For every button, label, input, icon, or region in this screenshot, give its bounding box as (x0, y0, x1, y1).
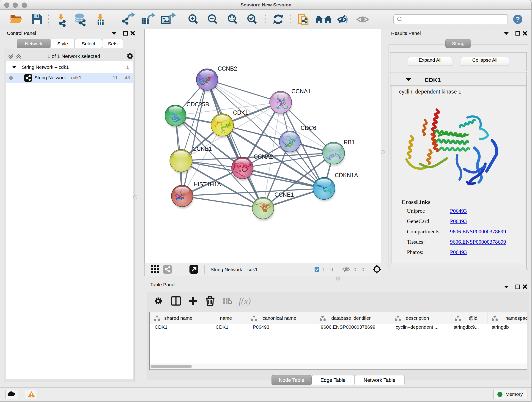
svg-text:1 – 0: 1 – 0 (322, 267, 333, 272)
svg-text:CCNE1: CCNE1 (274, 191, 294, 198)
svg-text:CCNA2: CCNA2 (254, 153, 273, 160)
svg-text:CCNA1: CCNA1 (291, 88, 311, 95)
svg-text:CCNB1: CCNB1 (192, 146, 212, 152)
svg-text:?: ? (516, 15, 520, 23)
svg-text:CDC25B: CDC25B (186, 101, 209, 108)
svg-text:RB1: RB1 (344, 139, 355, 145)
svg-text:1 of 1 Network selected: 1 of 1 Network selected (47, 53, 100, 59)
svg-text:HIST1H1A: HIST1H1A (194, 181, 221, 187)
svg-text:CDKN1A: CDKN1A (335, 172, 358, 178)
svg-text:CCNB2: CCNB2 (218, 65, 237, 72)
svg-text:CDC6: CDC6 (301, 125, 316, 131)
svg-text:CDK1: CDK1 (233, 109, 248, 116)
svg-text:f(x): f(x) (239, 296, 251, 306)
svg-text:0 – 0: 0 – 0 (354, 267, 364, 272)
svg-text:String Network – cdk1: String Network – cdk1 (210, 267, 258, 272)
